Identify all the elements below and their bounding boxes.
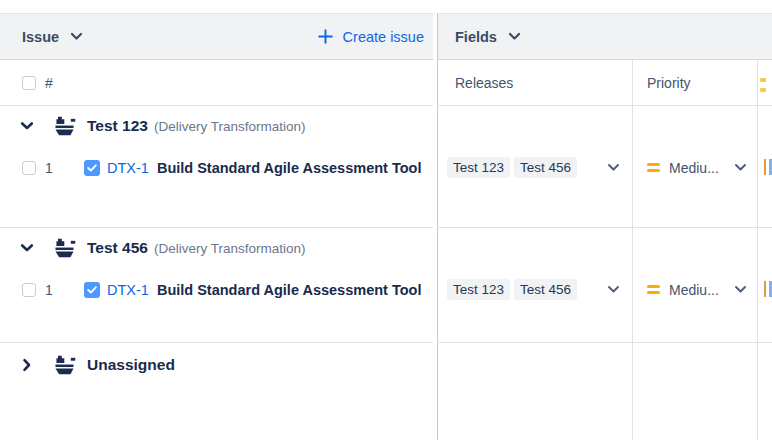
collapse-chevron-icon[interactable] (20, 121, 34, 131)
column-header-priority: Priority (632, 75, 691, 91)
truncated-cell-fragment (764, 281, 772, 297)
priority-value: Mediu... (669, 282, 719, 298)
dropdown-chevron-icon[interactable] (607, 285, 620, 294)
release-tag[interactable]: Test 123 (447, 279, 510, 300)
dropdown-chevron-icon[interactable] (734, 285, 747, 294)
issue-menu-button[interactable]: Issue (22, 29, 83, 45)
select-all-checkbox[interactable] (22, 76, 36, 90)
release-ship-icon (53, 354, 76, 377)
priority-field[interactable]: Mediu... (632, 267, 757, 312)
collapse-chevron-icon[interactable] (20, 243, 34, 253)
priority-field[interactable]: Mediu... (632, 145, 757, 190)
releases-field[interactable]: Test 123 Test 456 (437, 145, 632, 190)
issue-key-link[interactable]: DTX-1 (107, 282, 149, 298)
group-title: Unassigned (87, 356, 175, 374)
row-checkbox[interactable] (22, 283, 36, 297)
issue-summary: Build Standard Agile Assessment Tool (157, 282, 422, 298)
fields-menu-label: Fields (455, 29, 497, 45)
chevron-down-icon (70, 32, 83, 41)
releases-field[interactable]: Test 123 Test 456 (437, 267, 632, 312)
field-row: Test 123 Test 456 Mediu... (437, 267, 772, 312)
group-row-test-456[interactable]: Test 456 (Delivery Transformation) (0, 228, 433, 268)
priority-value: Mediu... (669, 160, 719, 176)
group-title: Test 456 (87, 239, 148, 257)
release-tag[interactable]: Test 456 (514, 157, 577, 178)
release-ship-icon (53, 237, 76, 260)
plus-icon (318, 29, 333, 44)
column-header-releases: Releases (437, 75, 632, 91)
column-divider (632, 60, 633, 440)
release-tag[interactable]: Test 456 (514, 279, 577, 300)
group-subtitle: (Delivery Transformation) (154, 119, 306, 134)
fields-column-header: Releases Priority (437, 60, 772, 105)
chevron-down-icon (508, 32, 521, 41)
group-row-test-123[interactable]: Test 123 (Delivery Transformation) (0, 106, 433, 146)
row-number: 1 (45, 282, 55, 298)
column-header-number: # (45, 75, 53, 91)
priority-medium-icon (647, 163, 660, 172)
issue-menu-label: Issue (22, 29, 59, 45)
fields-menu-button[interactable]: Fields (455, 29, 521, 45)
release-tag[interactable]: Test 123 (447, 157, 510, 178)
dropdown-chevron-icon[interactable] (607, 163, 620, 172)
issue-row: 1 DTX-1 Build Standard Agile Assessment … (0, 145, 433, 190)
issue-key-link[interactable]: DTX-1 (107, 160, 149, 176)
dropdown-chevron-icon[interactable] (734, 163, 747, 172)
field-row: Test 123 Test 456 Mediu... (437, 145, 772, 190)
task-type-icon (84, 160, 100, 176)
truncated-column-header-icon (760, 78, 766, 92)
create-issue-label: Create issue (343, 29, 424, 45)
group-row-unassigned[interactable]: Unassigned (0, 343, 433, 387)
task-type-icon (84, 282, 100, 298)
issue-summary: Build Standard Agile Assessment Tool (157, 160, 422, 176)
column-divider (757, 60, 758, 440)
row-checkbox[interactable] (22, 161, 36, 175)
expand-chevron-icon[interactable] (22, 358, 32, 372)
release-ship-icon (53, 115, 76, 138)
issue-row: 1 DTX-1 Build Standard Agile Assessment … (0, 267, 433, 312)
fields-toolbar: Fields (437, 13, 772, 60)
issue-toolbar: Issue Create issue (0, 13, 433, 60)
issue-column-header: # (0, 60, 433, 105)
priority-medium-icon (647, 285, 660, 294)
issue-table: Issue Create issue Fields # Releases Pri… (0, 0, 772, 440)
group-subtitle: (Delivery Transformation) (154, 241, 306, 256)
group-title: Test 123 (87, 117, 148, 135)
create-issue-button[interactable]: Create issue (318, 29, 425, 45)
truncated-cell-fragment (764, 159, 772, 175)
row-number: 1 (45, 160, 55, 176)
